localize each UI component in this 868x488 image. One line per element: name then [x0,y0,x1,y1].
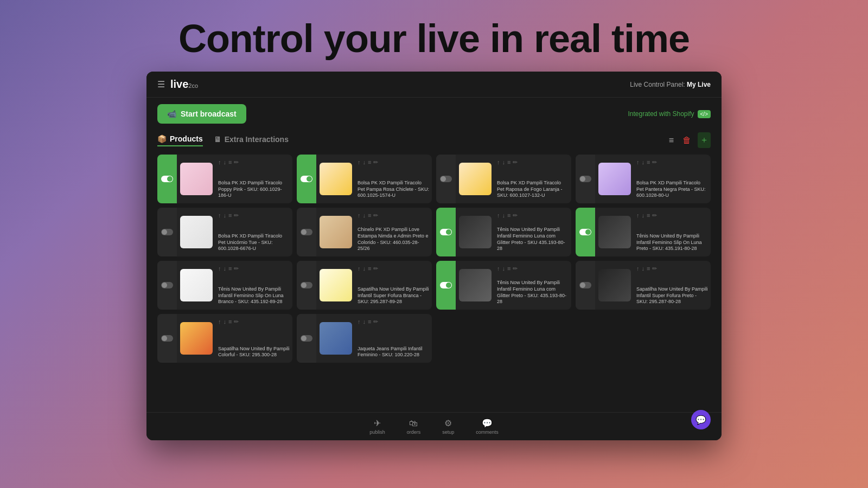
svg-rect-12 [180,322,213,355]
edit-icon[interactable]: ✏ [373,265,378,272]
hamburger-icon[interactable]: ☰ [157,79,165,89]
move-down-icon[interactable]: ↓ [363,318,366,325]
list-icon[interactable]: ≡ [368,159,371,166]
edit-icon[interactable]: ✏ [652,212,657,219]
edit-icon[interactable]: ✏ [513,159,518,166]
move-down-icon[interactable]: ↓ [502,212,506,219]
list-icon[interactable]: ≡ [507,265,510,272]
product-toggle[interactable] [440,176,452,182]
move-down-icon[interactable]: ↓ [224,159,227,166]
move-up-icon[interactable]: ↑ [358,212,361,219]
move-down-icon[interactable]: ↓ [224,318,227,325]
chat-fab[interactable]: 💬 [691,410,711,429]
product-toggle[interactable] [579,282,591,288]
move-down-icon[interactable]: ↓ [363,265,366,272]
list-view-button[interactable]: ≡ [667,133,676,147]
move-down-icon[interactable]: ↓ [502,265,506,272]
list-icon[interactable]: ≡ [228,265,232,272]
product-toggle[interactable] [161,229,173,235]
tab-extra-interactions[interactable]: 🖥 Extra Interactions [214,135,289,146]
move-up-icon[interactable]: ↑ [497,265,500,272]
edit-icon[interactable]: ✏ [373,212,378,219]
product-toggle[interactable] [579,176,591,182]
tab-products[interactable]: 📦 Products [157,134,203,146]
move-up-icon[interactable]: ↑ [358,265,361,272]
edit-icon[interactable]: ✏ [373,159,378,166]
list-icon[interactable]: ≡ [368,265,371,272]
move-down-icon[interactable]: ↓ [363,159,366,166]
svg-rect-7 [598,216,631,248]
product-toggle[interactable] [301,335,312,342]
product-toggle[interactable] [161,176,173,182]
tabs-bar: 📦 Products 🖥 Extra Interactions ≡ 🗑 ＋ [146,130,722,152]
list-icon[interactable]: ≡ [228,318,232,325]
edit-icon[interactable]: ✏ [513,265,518,272]
move-down-icon[interactable]: ↓ [642,212,645,219]
product-toggle[interactable] [440,229,452,235]
move-down-icon[interactable]: ↓ [502,159,506,166]
product-toggle[interactable] [301,176,312,182]
product-toggle[interactable] [579,229,591,235]
orders-label: orders [407,429,421,435]
list-icon[interactable]: ≡ [507,212,510,219]
edit-icon[interactable]: ✏ [234,159,239,166]
move-up-icon[interactable]: ↑ [497,212,500,219]
edit-icon[interactable]: ✏ [373,318,378,325]
product-toggle[interactable] [161,335,173,342]
delete-button[interactable]: 🗑 [680,133,693,147]
product-toggle[interactable] [301,282,312,288]
move-up-icon[interactable]: ↑ [636,159,640,166]
move-up-icon[interactable]: ↑ [218,318,221,325]
list-icon[interactable]: ≡ [228,159,232,166]
svg-rect-9 [320,269,352,301]
svg-rect-11 [598,269,631,301]
list-icon[interactable]: ≡ [228,212,232,219]
add-button[interactable]: ＋ [698,132,711,148]
nav-item-comments[interactable]: 💬 comments [476,418,499,435]
nav-item-publish[interactable]: ✈ publish [369,418,385,435]
card-body: ↑ ↓ ≡ ✏ Chinelo PK XD Pampili Love Estam… [355,208,432,256]
card-active-indicator [297,208,316,256]
list-icon[interactable]: ≡ [507,159,510,166]
start-broadcast-button[interactable]: 📹 Start broadcast [157,104,246,124]
list-icon[interactable]: ≡ [368,318,371,325]
list-icon[interactable]: ≡ [647,159,650,166]
move-down-icon[interactable]: ↓ [224,265,227,272]
list-icon[interactable]: ≡ [647,265,650,272]
edit-icon[interactable]: ✏ [234,265,239,272]
nav-item-setup[interactable]: ⚙ setup [442,418,454,435]
product-card: ↑ ↓ ≡ ✏ Sapatilha Now United By Pampili … [576,261,711,310]
move-down-icon[interactable]: ↓ [224,212,227,219]
product-toggle[interactable] [161,282,173,288]
edit-icon[interactable]: ✏ [234,212,239,219]
shopify-icon: </> [698,110,711,118]
edit-icon[interactable]: ✏ [513,212,518,219]
move-up-icon[interactable]: ↑ [497,159,500,166]
product-toggle[interactable] [301,229,312,235]
nav-item-orders[interactable]: 🛍 orders [407,419,421,435]
edit-icon[interactable]: ✏ [652,159,657,166]
move-up-icon[interactable]: ↑ [358,159,361,166]
header-left: ☰ live2co [157,78,198,91]
card-active-indicator [297,314,316,363]
move-up-icon[interactable]: ↑ [218,159,221,166]
product-title: Bolsa PK XD Pampili Tiracolo Poppy Pink … [218,180,290,199]
move-up-icon[interactable]: ↑ [218,265,221,272]
product-image [180,269,213,301]
extra-interactions-icon: 🖥 [214,135,221,144]
publish-label: publish [369,429,385,435]
move-down-icon[interactable]: ↓ [642,265,645,272]
move-up-icon[interactable]: ↑ [218,212,221,219]
edit-icon[interactable]: ✏ [234,318,239,325]
move-down-icon[interactable]: ↓ [642,159,645,166]
move-up-icon[interactable]: ↑ [636,212,640,219]
card-actions: ↑ ↓ ≡ ✏ [636,159,709,166]
move-up-icon[interactable]: ↑ [636,265,640,272]
list-icon[interactable]: ≡ [647,212,650,219]
product-toggle[interactable] [440,282,452,288]
edit-icon[interactable]: ✏ [652,265,657,272]
move-down-icon[interactable]: ↓ [363,212,366,219]
move-up-icon[interactable]: ↑ [358,318,361,325]
product-image [320,163,352,195]
list-icon[interactable]: ≡ [368,212,371,219]
